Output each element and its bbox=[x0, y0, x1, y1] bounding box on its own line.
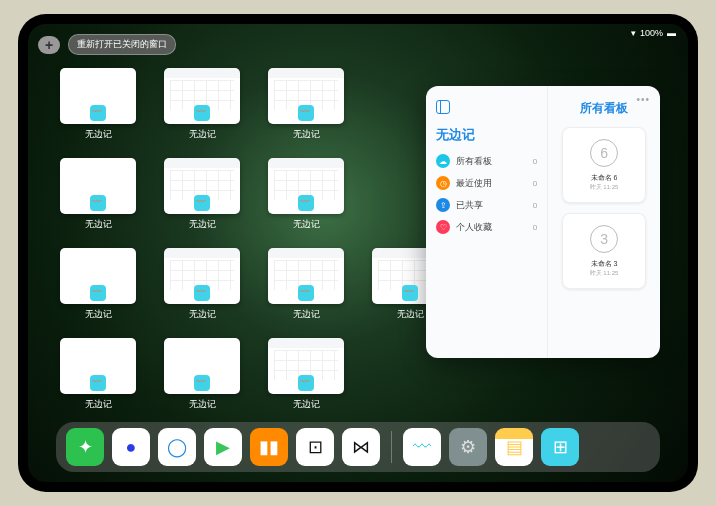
window-label: 无边记 bbox=[293, 218, 320, 231]
window-label: 无边记 bbox=[189, 218, 216, 231]
board-subtitle: 昨天 11:25 bbox=[590, 269, 619, 278]
window-label: 无边记 bbox=[293, 398, 320, 411]
menu-label: 已共享 bbox=[456, 199, 483, 212]
board-subtitle: 昨天 11:25 bbox=[590, 183, 619, 192]
window-thumbnail bbox=[164, 158, 240, 214]
more-icon[interactable]: ••• bbox=[636, 94, 650, 105]
window-thumbnail bbox=[268, 248, 344, 304]
add-button[interactable]: + bbox=[38, 36, 60, 54]
window-card[interactable]: 无边记 bbox=[60, 68, 136, 144]
freeform-icon bbox=[194, 105, 210, 121]
window-label: 无边记 bbox=[85, 218, 112, 231]
window-thumbnail bbox=[164, 68, 240, 124]
window-thumbnail bbox=[60, 158, 136, 214]
window-card[interactable]: 无边记 bbox=[268, 248, 344, 324]
window-label: 无边记 bbox=[189, 128, 216, 141]
menu-item-clock[interactable]: ◷最近使用0 bbox=[436, 176, 537, 190]
menu-count: 0 bbox=[533, 157, 537, 166]
dock-freeform-icon[interactable]: 〰 bbox=[403, 428, 441, 466]
battery-label: 100% bbox=[640, 28, 663, 38]
freeform-icon bbox=[402, 285, 418, 301]
menu-count: 0 bbox=[533, 201, 537, 210]
panel-left-title: 无边记 bbox=[436, 126, 537, 144]
panel-right: 所有看板 6未命名 6昨天 11:253未命名 3昨天 11:25 bbox=[548, 86, 660, 358]
board-name: 未命名 3 bbox=[591, 259, 618, 269]
panel-right-title: 所有看板 bbox=[580, 100, 628, 117]
freeform-icon bbox=[90, 285, 106, 301]
window-label: 无边记 bbox=[293, 308, 320, 321]
menu-count: 0 bbox=[533, 223, 537, 232]
cloud-icon: ☁ bbox=[436, 154, 450, 168]
window-card[interactable]: 无边记 bbox=[60, 338, 136, 414]
window-label: 无边记 bbox=[293, 128, 320, 141]
freeform-icon bbox=[194, 195, 210, 211]
menu-label: 个人收藏 bbox=[456, 221, 492, 234]
board-thumbnail[interactable]: 3未命名 3昨天 11:25 bbox=[562, 213, 646, 289]
dock-notes-icon[interactable]: ▤ bbox=[495, 428, 533, 466]
dock-qqbrowser-icon[interactable]: ◯ bbox=[158, 428, 196, 466]
board-name: 未命名 6 bbox=[591, 173, 618, 183]
sidebar-icon[interactable] bbox=[436, 100, 450, 114]
freeform-icon bbox=[298, 105, 314, 121]
top-bar: + 重新打开已关闭的窗口 bbox=[38, 34, 176, 55]
window-thumbnail bbox=[268, 68, 344, 124]
window-thumbnail bbox=[164, 248, 240, 304]
side-panel: ••• 无边记 ☁所有看板0◷最近使用0⇪已共享0♡个人收藏0 所有看板 6未命… bbox=[426, 86, 660, 358]
window-card[interactable]: 无边记 bbox=[164, 248, 240, 324]
reopen-closed-window-button[interactable]: 重新打开已关闭的窗口 bbox=[68, 34, 176, 55]
dock-books-icon[interactable]: ▮▮ bbox=[250, 428, 288, 466]
dock-apps-icon[interactable]: ⊞ bbox=[541, 428, 579, 466]
menu-count: 0 bbox=[533, 179, 537, 188]
dock-game-icon[interactable]: ⊡ bbox=[296, 428, 334, 466]
board-sketch: 3 bbox=[590, 225, 618, 253]
window-card[interactable]: 无边记 bbox=[164, 338, 240, 414]
dock: ✦●◯▶▮▮⊡⋈〰⚙▤⊞ bbox=[56, 422, 660, 472]
window-card[interactable]: 无边记 bbox=[60, 158, 136, 234]
window-thumbnail bbox=[268, 338, 344, 394]
window-card[interactable]: 无边记 bbox=[60, 248, 136, 324]
menu-label: 所有看板 bbox=[456, 155, 492, 168]
menu-label: 最近使用 bbox=[456, 177, 492, 190]
dock-wechat-icon[interactable]: ✦ bbox=[66, 428, 104, 466]
window-card[interactable]: 无边记 bbox=[268, 68, 344, 144]
dock-play-icon[interactable]: ▶ bbox=[204, 428, 242, 466]
dock-connect-icon[interactable]: ⋈ bbox=[342, 428, 380, 466]
window-thumbnail bbox=[164, 338, 240, 394]
window-label: 无边记 bbox=[85, 398, 112, 411]
menu-item-share[interactable]: ⇪已共享0 bbox=[436, 198, 537, 212]
freeform-icon bbox=[194, 375, 210, 391]
board-sketch: 6 bbox=[590, 139, 618, 167]
window-card[interactable]: 无边记 bbox=[164, 158, 240, 234]
status-bar: ▾ 100% ▬ bbox=[631, 28, 676, 38]
window-label: 无边记 bbox=[189, 398, 216, 411]
dock-settings-icon[interactable]: ⚙ bbox=[449, 428, 487, 466]
window-thumbnail bbox=[60, 68, 136, 124]
freeform-icon bbox=[90, 105, 106, 121]
window-card[interactable]: 无边记 bbox=[268, 158, 344, 234]
board-thumbnail[interactable]: 6未命名 6昨天 11:25 bbox=[562, 127, 646, 203]
dock-separator bbox=[391, 431, 392, 463]
window-thumbnail bbox=[268, 158, 344, 214]
share-icon: ⇪ bbox=[436, 198, 450, 212]
window-card[interactable]: 无边记 bbox=[164, 68, 240, 144]
panel-left: 无边记 ☁所有看板0◷最近使用0⇪已共享0♡个人收藏0 bbox=[426, 86, 548, 358]
menu-item-cloud[interactable]: ☁所有看板0 bbox=[436, 154, 537, 168]
freeform-icon bbox=[298, 285, 314, 301]
battery-icon: ▬ bbox=[667, 28, 676, 38]
window-grid: 无边记无边记无边记无边记无边记无边记无边记无边记无边记无边记无边记无边记无边记 bbox=[60, 68, 448, 414]
freeform-icon bbox=[298, 375, 314, 391]
window-label: 无边记 bbox=[189, 308, 216, 321]
tablet-frame: ▾ 100% ▬ + 重新打开已关闭的窗口 无边记无边记无边记无边记无边记无边记… bbox=[18, 14, 698, 492]
clock-icon: ◷ bbox=[436, 176, 450, 190]
freeform-icon bbox=[194, 285, 210, 301]
screen: ▾ 100% ▬ + 重新打开已关闭的窗口 无边记无边记无边记无边记无边记无边记… bbox=[28, 24, 688, 482]
window-card[interactable]: 无边记 bbox=[268, 338, 344, 414]
window-thumbnail bbox=[60, 248, 136, 304]
menu-item-fav[interactable]: ♡个人收藏0 bbox=[436, 220, 537, 234]
wifi-icon: ▾ bbox=[631, 28, 636, 38]
window-label: 无边记 bbox=[85, 128, 112, 141]
window-label: 无边记 bbox=[85, 308, 112, 321]
window-label: 无边记 bbox=[397, 308, 424, 321]
freeform-icon bbox=[298, 195, 314, 211]
dock-browser-icon[interactable]: ● bbox=[112, 428, 150, 466]
